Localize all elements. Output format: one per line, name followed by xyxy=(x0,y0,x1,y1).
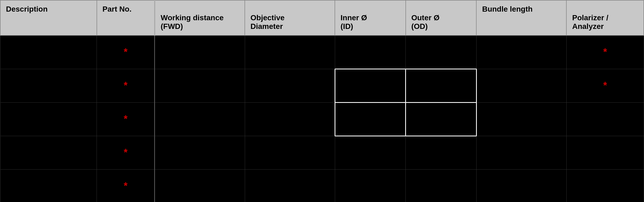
cell-partno-5: * xyxy=(97,169,155,202)
cell-polar-1: * xyxy=(566,35,644,69)
cell-inner-1 xyxy=(335,35,406,69)
cell-desc-5 xyxy=(0,169,97,202)
col-bundle: Bundle length xyxy=(476,0,566,35)
cell-partno-2: * xyxy=(97,69,155,102)
cell-partno-1: * xyxy=(97,35,155,69)
cell-polar-4 xyxy=(566,136,644,169)
cell-outer-2 white-border-cell xyxy=(406,69,477,102)
cell-objdia-3 xyxy=(245,102,335,136)
cell-polar-2: * xyxy=(566,69,644,102)
cell-fwd-2 xyxy=(155,69,245,102)
cell-polar-5 xyxy=(566,169,644,202)
cell-outer-3 white-border-cell xyxy=(406,102,477,136)
col-innerid: Inner Ø (ID) xyxy=(335,0,406,35)
col-polar: Polarizer / Analyzer xyxy=(566,0,644,35)
cell-inner-2 white-border-cell xyxy=(335,69,406,102)
cell-outer-1 xyxy=(406,35,477,69)
cell-objdia-4 xyxy=(245,136,335,169)
cell-desc-4 xyxy=(0,136,97,169)
cell-fwd-4 xyxy=(155,136,245,169)
main-table: Description Part No. Working distance (F… xyxy=(0,0,644,202)
table-row: * xyxy=(0,136,644,169)
table-row: * * xyxy=(0,69,644,102)
cell-bundle-2 xyxy=(476,69,566,102)
col-partno: Part No. xyxy=(97,0,155,35)
cell-partno-4: * xyxy=(97,136,155,169)
cell-objdia-5 xyxy=(245,169,335,202)
cell-desc-2 xyxy=(0,69,97,102)
col-fwd: Working distance (FWD) xyxy=(155,0,245,35)
cell-inner-4 xyxy=(335,136,406,169)
cell-inner-5 xyxy=(335,169,406,202)
header-row: Description Part No. Working distance (F… xyxy=(0,0,644,35)
asterisk-partno-4: * xyxy=(101,139,150,167)
table-row: * xyxy=(0,169,644,202)
asterisk-partno-3: * xyxy=(101,105,150,133)
table-row: * xyxy=(0,102,644,136)
col-description: Description xyxy=(0,0,97,35)
cell-inner-3 white-border-cell xyxy=(335,102,406,136)
col-objdia: Objective Diameter xyxy=(245,0,335,35)
cell-bundle-5 xyxy=(476,169,566,202)
cell-outer-4 xyxy=(406,136,477,169)
cell-fwd-5 xyxy=(155,169,245,202)
cell-objdia-1 xyxy=(245,35,335,69)
cell-fwd-3 xyxy=(155,102,245,136)
col-outerod: Outer Ø (OD) xyxy=(406,0,477,35)
asterisk-partno-1: * xyxy=(101,38,150,66)
asterisk-polar-1: * xyxy=(571,38,639,66)
cell-polar-3 xyxy=(566,102,644,136)
table-container: Description Part No. Working distance (F… xyxy=(0,0,644,202)
cell-desc-3 xyxy=(0,102,97,136)
cell-bundle-3 xyxy=(476,102,566,136)
cell-objdia-2 xyxy=(245,69,335,102)
cell-bundle-4 xyxy=(476,136,566,169)
cell-bundle-1 xyxy=(476,35,566,69)
cell-partno-3: * xyxy=(97,102,155,136)
asterisk-partno-5: * xyxy=(101,172,150,200)
cell-outer-5 xyxy=(406,169,477,202)
asterisk-partno-2: * xyxy=(101,72,150,100)
cell-fwd-1 xyxy=(155,35,245,69)
cell-desc-1 xyxy=(0,35,97,69)
table-row: * * xyxy=(0,35,644,69)
asterisk-polar-2: * xyxy=(571,72,639,100)
